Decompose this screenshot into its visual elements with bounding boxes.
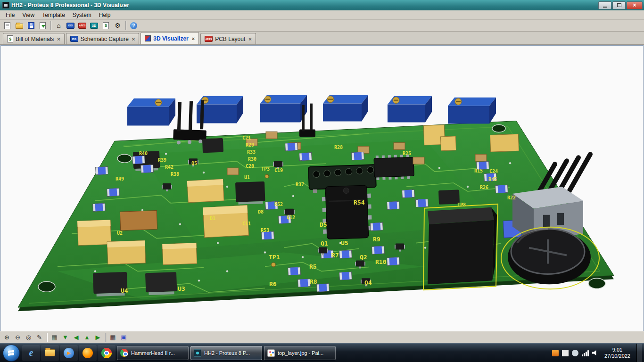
menu-template[interactable]: Template <box>38 11 69 19</box>
window-controls: × <box>598 1 643 9</box>
svg-text:R9: R9 <box>373 236 380 243</box>
svg-text:R49: R49 <box>116 176 124 181</box>
taskbar-ie-button[interactable]: e <box>22 345 40 361</box>
tab-label: Schematic Capture <box>81 36 129 42</box>
taskbar-explorer-button[interactable] <box>41 345 59 361</box>
menu-help[interactable]: Help <box>95 11 115 19</box>
svg-text:Q5: Q5 <box>191 161 197 166</box>
tab-label: 3D Visualizer <box>153 35 188 42</box>
svg-text:D5: D5 <box>320 221 327 228</box>
taskbar-window-paint[interactable]: top_layer.jpg - Pai... <box>264 346 336 360</box>
tab-pcb-layout[interactable]: ARES PCB Layout × <box>200 33 256 44</box>
svg-text:Q4: Q4 <box>364 279 372 286</box>
zoom-out-icon: ⊖ <box>15 334 20 341</box>
isis-icon: ISS <box>66 23 74 29</box>
tray-status-icon[interactable] <box>562 350 569 356</box>
bottombar-separator <box>47 333 47 342</box>
help-button[interactable]: ? <box>128 21 139 31</box>
trimpot-4 <box>323 95 368 122</box>
menu-file[interactable]: File <box>2 11 18 19</box>
taskbar-firefox-button[interactable] <box>79 345 97 361</box>
svg-text:R10: R10 <box>375 258 387 265</box>
open-project-button[interactable] <box>14 21 25 31</box>
svg-text:R7: R7 <box>331 252 339 259</box>
visualizer-tab-icon <box>145 35 151 41</box>
electrolytic-capacitor <box>501 227 599 289</box>
tab-3d-visualizer[interactable]: 3D Visualizer × <box>140 32 199 44</box>
explorer-folder-icon <box>45 349 55 356</box>
schematic-capture-button[interactable]: ISS <box>65 21 76 31</box>
svg-text:U5: U5 <box>341 239 348 247</box>
system-settings-button[interactable]: ⚙ <box>112 21 123 31</box>
svg-text:Q2: Q2 <box>360 254 367 261</box>
media-player-icon: ▶ <box>64 348 74 358</box>
soic14-ic <box>374 154 414 180</box>
grid-icon: ▦ <box>51 334 57 341</box>
step-up-button[interactable]: ▲ <box>82 333 92 342</box>
tab-close-icon[interactable]: × <box>191 36 195 41</box>
svg-text:R29: R29 <box>246 142 254 148</box>
arrow-up-icon: ▲ <box>84 334 90 341</box>
home-page-button[interactable]: ⌂ <box>53 21 64 31</box>
trimpot-5 <box>388 96 432 123</box>
show-desktop-button[interactable] <box>636 344 642 362</box>
zoom-extents-button[interactable]: ◎ <box>24 333 33 342</box>
menu-system[interactable]: System <box>69 11 95 19</box>
pcb-layout-button[interactable]: ARES <box>77 21 88 31</box>
board-grid-button[interactable]: ▦ <box>108 333 118 342</box>
menu-view[interactable]: View <box>18 11 38 19</box>
svg-text:C21: C21 <box>242 135 251 140</box>
import-project-button[interactable] <box>37 21 48 31</box>
new-project-button[interactable] <box>2 21 13 31</box>
tab-close-icon[interactable]: × <box>56 36 60 42</box>
tray-app-icon[interactable] <box>552 350 559 356</box>
trimpot-3 <box>260 95 307 123</box>
3d-viewport[interactable]: R40 R39 R42 R38 R49 U2 Q5 D1 U1 C21 R29 … <box>0 45 644 331</box>
taskbar-window-proteus[interactable]: HH2 - Proteus 8 P... <box>190 346 262 360</box>
taskbar-window-hammerhead[interactable]: HammerHead II r... <box>117 346 189 360</box>
toolbar-separator-2 <box>125 21 126 30</box>
annotate-button[interactable]: ✎ <box>34 333 44 342</box>
svg-text:Q1: Q1 <box>321 240 328 247</box>
taskbar-media-player-button[interactable]: ▶ <box>60 345 78 361</box>
svg-text:R45: R45 <box>488 177 497 182</box>
save-project-button[interactable] <box>25 21 36 31</box>
chrome-icon <box>120 349 128 357</box>
step-left-button[interactable]: ◀ <box>71 333 81 342</box>
tab-bill-of-materials[interactable]: $ Bill of Materials × <box>3 33 65 44</box>
zoom-out-button[interactable]: ⊖ <box>13 333 23 342</box>
step-right-button[interactable]: ▶ <box>93 333 103 342</box>
network-icon[interactable] <box>582 350 589 356</box>
pcb-3d-render[interactable]: R40 R39 R42 R38 R49 U2 Q5 D1 U1 C21 R29 … <box>1 46 643 331</box>
proteus-icon <box>194 349 201 357</box>
svg-text:TP1: TP1 <box>269 254 280 261</box>
visualizer-3d-button[interactable]: 3D <box>89 21 99 31</box>
chrome-icon <box>101 348 112 358</box>
bill-of-materials-button[interactable]: $ <box>100 21 111 31</box>
menubar: File View Template System Help <box>0 10 644 20</box>
board-3d-button[interactable]: ▣ <box>119 333 129 342</box>
start-button[interactable] <box>3 345 20 362</box>
tab-close-icon[interactable]: × <box>248 36 251 42</box>
document-tabbar: $ Bill of Materials × ISS Schematic Capt… <box>0 32 644 45</box>
tray-update-icon[interactable] <box>572 350 578 356</box>
view-grid-button[interactable]: ▦ <box>50 333 59 342</box>
zoom-in-button[interactable]: ⊕ <box>2 333 12 342</box>
taskbar-chrome-button[interactable] <box>98 345 116 361</box>
tab-label: PCB Layout <box>215 36 245 42</box>
close-button[interactable]: × <box>627 1 643 9</box>
minimize-button[interactable] <box>598 1 611 9</box>
taskbar-clock[interactable]: 9:01 27/10/2022 <box>602 347 633 359</box>
bom-tab-icon: $ <box>7 35 13 42</box>
step-down-button[interactable]: ▼ <box>60 333 70 342</box>
volume-icon[interactable] <box>592 350 598 356</box>
tab-close-icon[interactable]: × <box>131 36 135 42</box>
board-grid-icon: ▦ <box>110 334 116 341</box>
clock-time: 9:01 <box>604 347 630 353</box>
restore-button[interactable] <box>612 1 626 9</box>
svg-text:R40: R40 <box>139 151 148 156</box>
trimpot-6 <box>448 98 496 124</box>
board-3d-icon: ▣ <box>121 334 126 341</box>
clock-date: 27/10/2022 <box>604 353 630 359</box>
tab-schematic-capture[interactable]: ISS Schematic Capture × <box>66 33 139 44</box>
